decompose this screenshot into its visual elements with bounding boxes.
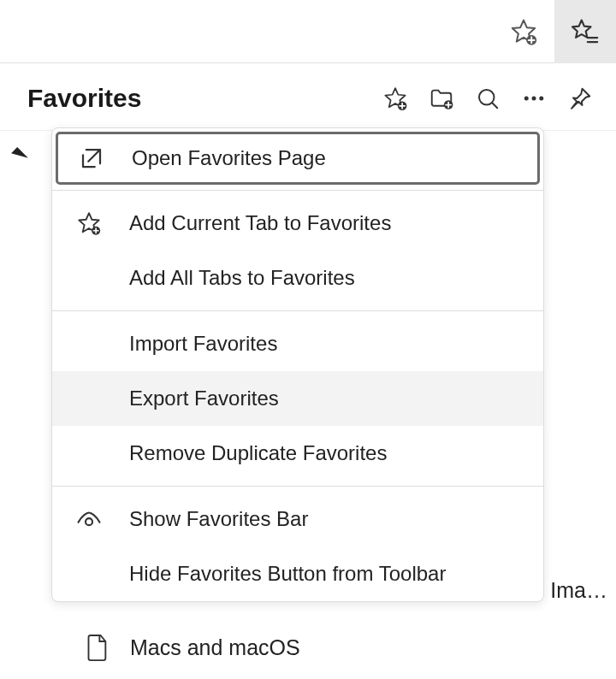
menu-item-remove-duplicates[interactable]: Remove Duplicate Favorites xyxy=(52,426,543,481)
menu-separator xyxy=(52,486,543,487)
file-icon xyxy=(86,633,110,662)
more-horizontal-icon xyxy=(521,86,547,111)
favorites-panel-header: Favorites xyxy=(0,68,616,128)
add-favorite-button[interactable] xyxy=(373,76,418,121)
tree-collapse-triangle[interactable] xyxy=(11,147,28,164)
favorites-more-menu: Open Favorites Page Add Current Tab to F… xyxy=(51,127,544,602)
menu-label: Remove Duplicate Favorites xyxy=(129,441,387,465)
truncated-favorite-text: Ima… xyxy=(550,578,607,603)
svg-point-6 xyxy=(539,97,543,101)
menu-label: Add Current Tab to Favorites xyxy=(129,211,391,235)
menu-item-export-favorites[interactable]: Export Favorites xyxy=(52,371,543,426)
svg-point-8 xyxy=(86,518,92,525)
menu-item-hide-favorites-button[interactable]: Hide Favorites Button from Toolbar xyxy=(52,546,543,601)
more-menu-button[interactable] xyxy=(512,76,556,121)
menu-label: Hide Favorites Button from Toolbar xyxy=(129,562,446,586)
browser-top-chrome xyxy=(0,0,616,63)
search-favorites-button[interactable] xyxy=(465,76,510,121)
menu-separator xyxy=(52,190,543,191)
star-plus-icon xyxy=(509,17,538,46)
menu-label: Open Favorites Page xyxy=(132,146,326,170)
menu-item-add-current-tab[interactable]: Add Current Tab to Favorites xyxy=(52,196,543,251)
pin-panel-button[interactable] xyxy=(558,76,602,121)
open-external-icon xyxy=(79,145,113,171)
folder-plus-icon xyxy=(429,86,454,111)
svg-point-4 xyxy=(524,97,529,101)
panel-header-actions xyxy=(373,76,602,121)
menu-label: Show Favorites Bar xyxy=(129,507,308,531)
panel-title: Favorites xyxy=(27,84,373,113)
menu-label: Export Favorites xyxy=(129,387,279,410)
favorites-panel-root: Favorites xyxy=(0,0,616,679)
star-plus-icon xyxy=(382,86,408,111)
search-icon xyxy=(475,86,500,111)
svg-point-5 xyxy=(532,97,536,101)
eye-icon xyxy=(76,506,110,532)
menu-separator xyxy=(52,310,543,311)
star-list-icon xyxy=(571,17,600,46)
favorite-row-macs[interactable]: Macs and macOS xyxy=(86,633,300,662)
menu-label: Add All Tabs to Favorites xyxy=(129,266,355,290)
star-plus-icon xyxy=(76,210,110,236)
menu-item-import-favorites[interactable]: Import Favorites xyxy=(52,316,543,371)
menu-item-show-favorites-bar[interactable]: Show Favorites Bar xyxy=(52,492,543,546)
menu-item-add-all-tabs[interactable]: Add All Tabs to Favorites xyxy=(52,251,543,305)
favorite-row-label: Macs and macOS xyxy=(130,635,300,660)
add-favorite-star-top[interactable] xyxy=(493,0,554,63)
pin-icon xyxy=(567,86,593,111)
menu-item-open-favorites-page[interactable]: Open Favorites Page xyxy=(56,132,540,185)
menu-label: Import Favorites xyxy=(129,332,277,356)
favorites-panel-toggle[interactable] xyxy=(554,0,616,63)
add-folder-button[interactable] xyxy=(419,76,464,121)
